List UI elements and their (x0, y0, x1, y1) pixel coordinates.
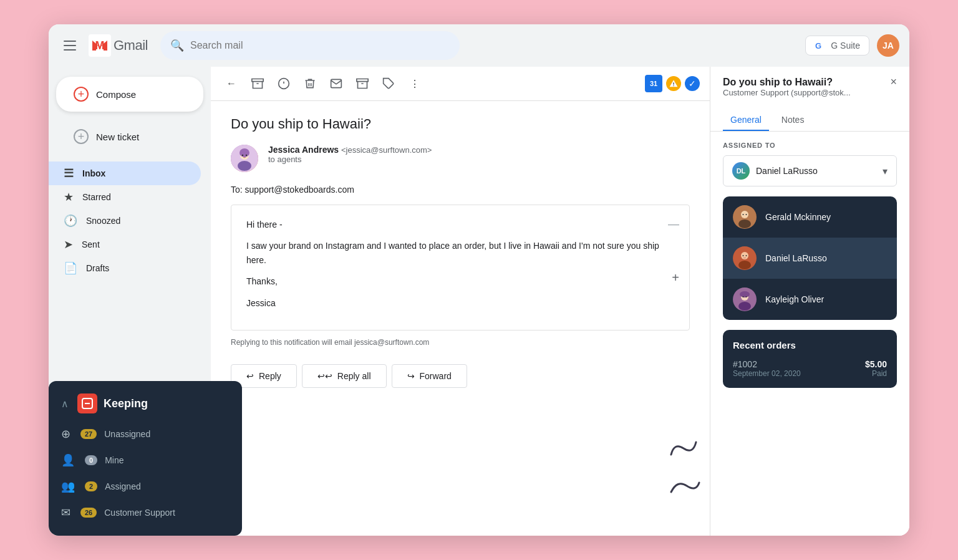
k-sidebar-item-unassigned[interactable]: ⊕ 27 Unassigned (49, 421, 242, 447)
reply-all-button[interactable]: ↩↩ Reply all (302, 364, 387, 388)
gmail-logo: M Gmail (89, 34, 148, 57)
search-icon: 🔍 (170, 39, 184, 52)
assigned-badge: 2 (85, 481, 97, 491)
sender-name: Jessica Andrews <jessica@surftown.com> (268, 145, 432, 155)
email-subject: Do you ship to Hawaii? (231, 116, 690, 132)
body-line-3: Thanks, (246, 274, 674, 288)
assigned-user-avatar: DL (732, 162, 750, 180)
svg-point-29 (743, 296, 744, 297)
gsuite-icon: G (815, 40, 826, 51)
k-sidebar-item-mine[interactable]: 👤 0 Mine (49, 447, 242, 473)
check-indicator: ✓ (685, 76, 700, 91)
svg-point-28 (740, 291, 750, 297)
keeping-body: ASSIGNED TO DL Daniel LaRusso ▾ (710, 132, 909, 536)
forward-arrow-icon: ↪ (407, 371, 415, 381)
new-ticket-plus-icon: + (74, 129, 89, 144)
svg-point-18 (743, 214, 744, 215)
mine-label: Mine (105, 455, 123, 465)
more-button[interactable]: ⋮ (404, 73, 425, 94)
email-to-address: To: support@stokedboards.com (231, 185, 690, 195)
svg-point-13 (242, 155, 243, 156)
svg-point-19 (746, 214, 747, 215)
keeping-brand-name: Keeping (104, 397, 148, 410)
gsuite-button[interactable]: G G Suite (805, 36, 869, 56)
k-sidebar-item-customer-support[interactable]: ✉ 26 Customer Support (49, 500, 242, 526)
sidebar-item-inbox[interactable]: ☰ Inbox (49, 162, 201, 185)
k-sidebar-item-assigned[interactable]: 👥 2 Assigned (49, 473, 242, 500)
gmail-m-icon: M (89, 34, 111, 57)
svg-rect-8 (673, 85, 674, 86)
back-button[interactable]: ← (221, 73, 242, 94)
sidebar-item-starred[interactable]: ★ Starred (49, 185, 201, 209)
sidebar-item-label: Snoozed (86, 216, 120, 226)
order-status: Paid (865, 369, 887, 378)
email-panel: ← ⋮ (211, 67, 710, 536)
snooze-button[interactable] (352, 73, 373, 94)
sidebar-item-drafts[interactable]: 📄 Drafts (49, 256, 201, 280)
mine-icon: 👤 (61, 453, 75, 467)
tab-general[interactable]: General (723, 110, 769, 131)
archive-button[interactable] (247, 73, 268, 94)
compose-button[interactable]: + Compose (56, 77, 203, 112)
clock-icon: 🕐 (64, 214, 77, 228)
svg-point-16 (741, 211, 748, 218)
email-content: Do you ship to Hawaii? (211, 101, 710, 536)
keeping-panel-title: Do you ship to Hawaii? (723, 77, 851, 88)
sidebar-item-label: Inbox (82, 168, 105, 178)
agent-item-kayleigh[interactable]: Kayleigh Oliver (723, 279, 897, 320)
spam-button[interactable] (273, 73, 294, 94)
svg-rect-7 (673, 82, 674, 85)
label-button[interactable] (378, 73, 399, 94)
assigned-user-name: Daniel LaRusso (756, 166, 818, 176)
warning-indicator (666, 76, 681, 91)
body-line-2: I saw your brand on Instagram and I want… (246, 239, 674, 267)
user-avatar[interactable]: JA (877, 34, 899, 57)
new-ticket-button[interactable]: + New ticket (56, 122, 203, 152)
unassigned-badge: 27 (80, 429, 97, 439)
unassigned-icon: ⊕ (61, 427, 70, 441)
tab-notes[interactable]: Notes (774, 110, 812, 131)
search-bar[interactable]: 🔍 (160, 31, 460, 60)
svg-point-12 (240, 148, 249, 157)
sidebar-item-label: Sent (82, 239, 100, 249)
svg-point-24 (746, 255, 747, 256)
collapse-icon[interactable]: — (668, 215, 679, 233)
email-toolbar: ← ⋮ (211, 67, 710, 101)
dropdown-chevron-icon: ▾ (883, 165, 888, 177)
customer-support-icon: ✉ (61, 506, 70, 519)
mark-unread-button[interactable] (326, 73, 347, 94)
sent-icon: ➤ (64, 238, 73, 251)
order-id: #1002 (733, 359, 801, 369)
assigned-select[interactable]: DL Daniel LaRusso ▾ (723, 155, 897, 186)
search-input[interactable] (190, 40, 450, 51)
agent-item-gerald[interactable]: Gerald Mckinney (723, 196, 897, 238)
sidebar-item-label: Starred (82, 192, 111, 202)
svg-point-23 (743, 255, 744, 256)
keeping-right-panel: Do you ship to Hawaii? Customer Support … (710, 67, 909, 536)
agent-item-daniel[interactable]: Daniel LaRusso (723, 238, 897, 279)
svg-text:M: M (95, 39, 105, 52)
forward-button[interactable]: ↪ Forward (392, 364, 467, 388)
keeping-close-button[interactable]: × (890, 75, 897, 89)
assigned-icon: 👥 (61, 480, 75, 493)
assigned-to-label: ASSIGNED TO (723, 142, 897, 149)
agent-name-gerald: Gerald Mckinney (765, 212, 831, 222)
sidebar-item-label: Drafts (86, 263, 109, 273)
keeping-panel-subtitle: Customer Support (support@stok... (723, 88, 851, 97)
keeping-header: Do you ship to Hawaii? Customer Support … (710, 67, 909, 105)
sidebar-item-snoozed[interactable]: 🕐 Snoozed (49, 209, 201, 233)
reply-all-arrow-icon: ↩↩ (317, 371, 332, 381)
mine-badge: 0 (85, 455, 97, 465)
keeping-sidebar: ∧ Keeping ⊕ 27 Unassigned 👤 0 Mine 👥 2 A… (49, 381, 242, 536)
svg-point-17 (738, 220, 751, 228)
kayleigh-avatar (733, 287, 757, 311)
delete-button[interactable] (299, 73, 321, 94)
expand-icon[interactable]: + (672, 268, 679, 287)
svg-point-30 (746, 296, 747, 297)
keeping-collapse-icon[interactable]: ∧ (61, 398, 69, 410)
sidebar-item-sent[interactable]: ➤ Sent (49, 233, 201, 256)
svg-point-14 (246, 155, 247, 156)
reply-buttons-bar: ↩ Reply ↩↩ Reply all ↪ Forward (231, 354, 690, 398)
hamburger-button[interactable] (59, 34, 81, 57)
star-icon: ★ (64, 190, 74, 204)
